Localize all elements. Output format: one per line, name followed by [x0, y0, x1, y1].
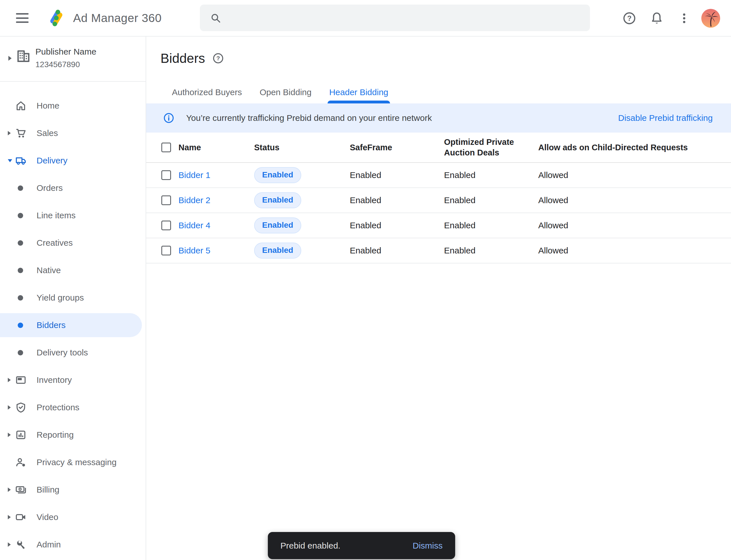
table-row: Bidder 2 Enabled Enabled Enabled Allowed [146, 188, 731, 213]
bidder-link[interactable]: Bidder 4 [179, 221, 254, 230]
help-button[interactable]: ? [619, 8, 640, 29]
row-checkbox[interactable] [161, 246, 171, 255]
search-icon [210, 12, 222, 24]
sidebar-item-protections[interactable]: Protections [0, 394, 146, 421]
sidebar-item-home[interactable]: Home [0, 92, 146, 119]
page-help-button[interactable]: ? [212, 52, 225, 65]
help-icon: ? [622, 11, 637, 26]
sidebar-item-label: Orders [37, 183, 63, 193]
publisher-selector[interactable]: Publisher Name 1234567890 [0, 37, 146, 82]
svg-text:?: ? [217, 55, 220, 61]
video-camera-icon [15, 511, 27, 523]
privacy-person-icon [15, 456, 27, 468]
safeframe-value: Enabled [350, 246, 444, 255]
sidebar-item-label: Home [37, 101, 59, 111]
more-options-button[interactable] [674, 8, 694, 29]
status-badge: Enabled [254, 192, 301, 208]
search-bar[interactable] [200, 5, 590, 31]
bullet-icon [18, 350, 23, 355]
prebid-info-banner: You’re currently trafficking Prebid dema… [146, 103, 731, 133]
dismiss-button[interactable]: Dismiss [412, 541, 442, 551]
sidebar-item-delivery-tools[interactable]: Delivery tools [0, 339, 146, 366]
sidebar-item-label: Sales [37, 128, 58, 138]
sidebar-item-inventory[interactable]: Inventory [0, 366, 146, 394]
column-header-opad: Optimized Private Auction Deals [444, 137, 538, 158]
caret-right-icon [7, 377, 14, 383]
bullet-icon [18, 323, 23, 328]
caret-right-icon [7, 542, 14, 547]
search-input[interactable] [222, 5, 590, 31]
sidebar-item-label: Yield groups [37, 293, 84, 303]
status-badge: Enabled [254, 167, 301, 183]
disable-prebid-trafficking-link[interactable]: Disable Prebid trafficking [618, 113, 713, 123]
sidebar-item-label: Billing [37, 485, 59, 495]
row-checkbox[interactable] [161, 195, 171, 205]
caret-right-icon [7, 487, 14, 492]
column-header-status: Status [254, 142, 350, 153]
app-title: Ad Manager 360 [73, 11, 162, 25]
opad-value: Enabled [444, 170, 538, 180]
publisher-id: 1234567890 [35, 60, 80, 69]
sidebar-item-label: Protections [37, 403, 79, 412]
snackbar-toast: Prebid enabled. Dismiss [268, 532, 455, 559]
sidebar-item-sales[interactable]: Sales [0, 119, 146, 147]
account-avatar[interactable] [701, 9, 720, 28]
caret-down-icon [7, 159, 14, 163]
bidder-link[interactable]: Bidder 1 [179, 170, 254, 180]
child-directed-value: Allowed [538, 170, 731, 180]
bullet-icon [18, 185, 23, 191]
sidebar-item-reporting[interactable]: Reporting [0, 421, 146, 449]
row-checkbox[interactable] [161, 170, 171, 180]
safeframe-value: Enabled [350, 170, 444, 180]
page-title: Bidders [161, 51, 205, 66]
hamburger-menu-icon[interactable] [16, 13, 29, 23]
sidebar-item-creatives[interactable]: Creatives [0, 229, 146, 257]
status-badge: Enabled [254, 217, 301, 233]
sidebar-item-label: Line items [37, 211, 76, 220]
sidebar-item-billing[interactable]: Billing [0, 476, 146, 503]
shield-icon [15, 401, 27, 413]
safeframe-value: Enabled [350, 195, 444, 205]
tab-header-bidding[interactable]: Header Bidding [329, 87, 388, 103]
sidebar-item-bidders[interactable]: Bidders [0, 311, 146, 339]
sidebar-item-label: Reporting [37, 430, 74, 440]
bar-chart-icon [15, 429, 27, 441]
sidebar-item-orders[interactable]: Orders [0, 174, 146, 202]
ad-manager-logo-icon[interactable] [45, 7, 66, 29]
row-checkbox[interactable] [161, 221, 171, 230]
table-header-row: Name Status SafeFrame Optimized Private … [146, 133, 731, 163]
bullet-icon [18, 213, 23, 218]
sidebar-item-yield-groups[interactable]: Yield groups [0, 284, 146, 311]
tab-authorized-buyers[interactable]: Authorized Buyers [172, 87, 242, 103]
caret-right-icon [7, 131, 14, 136]
bidder-link[interactable]: Bidder 2 [179, 195, 254, 205]
sidebar-item-native[interactable]: Native [0, 257, 146, 284]
sidebar-item-label: Privacy & messaging [37, 457, 117, 467]
sidebar-item-line-items[interactable]: Line items [0, 202, 146, 229]
sidebar-item-label: Delivery tools [37, 348, 88, 357]
child-directed-value: Allowed [538, 246, 731, 255]
wrench-icon [15, 539, 27, 551]
sidebar-item-label: Bidders [37, 320, 66, 330]
bullet-icon [18, 268, 23, 273]
opad-value: Enabled [444, 195, 538, 205]
child-directed-value: Allowed [538, 195, 731, 205]
table-row: Bidder 1 Enabled Enabled Enabled Allowed [146, 163, 731, 188]
opad-value: Enabled [444, 221, 538, 230]
sidebar-item-admin[interactable]: Admin [0, 531, 146, 558]
bidder-link[interactable]: Bidder 5 [179, 246, 254, 255]
table-row: Bidder 5 Enabled Enabled Enabled Allowed [146, 238, 731, 263]
tab-open-bidding[interactable]: Open Bidding [260, 87, 312, 103]
sidebar-item-label: Inventory [37, 375, 72, 385]
sidebar-item-video[interactable]: Video [0, 503, 146, 531]
select-all-checkbox[interactable] [161, 143, 171, 152]
sidebar-item-privacy-messaging[interactable]: Privacy & messaging [0, 449, 146, 476]
notifications-button[interactable] [646, 8, 667, 29]
sidebar-item-delivery[interactable]: Delivery [0, 147, 146, 174]
sidebar-item-label: Creatives [37, 238, 73, 248]
tab-bar: Authorized Buyers Open Bidding Header Bi… [172, 87, 731, 103]
billing-banknote-icon [15, 484, 27, 496]
publisher-building-icon [15, 48, 31, 64]
publisher-name: Publisher Name [35, 47, 96, 57]
bullet-icon [18, 240, 23, 246]
